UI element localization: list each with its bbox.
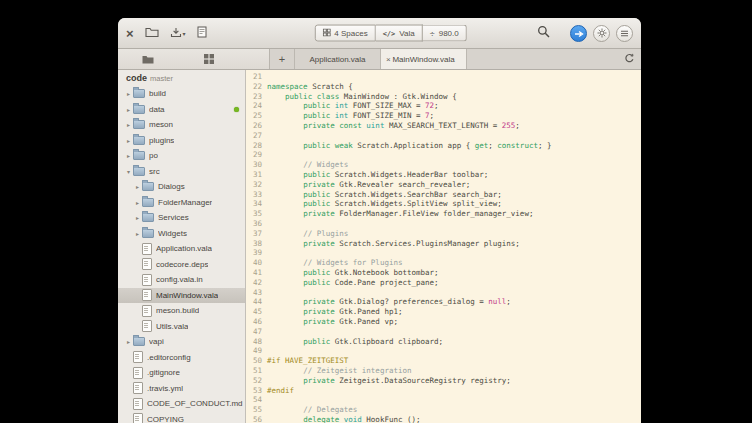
code-line[interactable]: 55 // Delegates bbox=[246, 405, 641, 415]
arrow-right-icon bbox=[574, 26, 584, 41]
chevron-right-icon[interactable]: ▸ bbox=[133, 214, 142, 221]
code-line[interactable]: 43 bbox=[246, 288, 641, 298]
chevron-right-icon[interactable]: ▸ bbox=[124, 137, 133, 144]
history-button[interactable] bbox=[617, 49, 641, 69]
code-line[interactable]: 44 private Gtk.Dialog? preferences_dialo… bbox=[246, 297, 641, 307]
tree-item[interactable]: Utils.vala bbox=[118, 319, 245, 335]
tree-item[interactable]: ▸po bbox=[118, 148, 245, 164]
code-line[interactable]: 49 bbox=[246, 346, 641, 356]
chevron-right-icon[interactable]: ▸ bbox=[133, 199, 142, 206]
tree-item[interactable]: ▸meson bbox=[118, 117, 245, 133]
layout-panel-button[interactable] bbox=[204, 52, 214, 67]
code-line-text: public int FONT_SIZE_MIN = 7; bbox=[267, 111, 641, 121]
code-line[interactable]: 52 private Zeitgeist.DataSourceRegistry … bbox=[246, 376, 641, 386]
chevron-down-icon[interactable]: ▾ bbox=[124, 168, 133, 175]
tree-item[interactable]: meson.build bbox=[118, 303, 245, 319]
tree-item[interactable]: ▸vapi bbox=[118, 334, 245, 350]
code-line[interactable]: 34 public Scratch.Widgets.SplitView spli… bbox=[246, 199, 641, 209]
code-line[interactable]: 23 public class MainWindow : Gtk.Window … bbox=[246, 92, 641, 102]
open-recent-button[interactable]: ▾ bbox=[170, 26, 186, 41]
folder-icon bbox=[133, 151, 145, 160]
tree-item[interactable]: MainWindow.vala bbox=[118, 288, 245, 304]
indentation-button[interactable]: 4 Spaces bbox=[314, 25, 375, 42]
project-header[interactable]: code master bbox=[118, 70, 245, 86]
code-line[interactable]: 50#if HAVE_ZEITGEIST bbox=[246, 356, 641, 366]
code-line[interactable]: 28 public weak Scratch.Application app {… bbox=[246, 141, 641, 151]
tree-item[interactable]: .editorconfig bbox=[118, 350, 245, 366]
code-line[interactable]: 37 // Plugins bbox=[246, 229, 641, 239]
code-line[interactable]: 26 private const uint MAX_SEARCH_TEXT_LE… bbox=[246, 121, 641, 131]
tree-item[interactable]: CODE_OF_CONDUCT.md bbox=[118, 396, 245, 412]
tab-strip: Application.vala×MainWindow.vala bbox=[294, 49, 617, 69]
code-line[interactable]: 33 public Scratch.Widgets.SearchBar sear… bbox=[246, 190, 641, 200]
tree-item[interactable]: .travis.yml bbox=[118, 381, 245, 397]
open-folder-button[interactable] bbox=[145, 26, 159, 41]
code-line[interactable]: 42 public Code.Pane project_pane; bbox=[246, 278, 641, 288]
tree-item[interactable]: COPYING bbox=[118, 412, 245, 423]
grid-solid-icon bbox=[204, 52, 214, 67]
code-line[interactable]: 36 bbox=[246, 219, 641, 229]
tree-item[interactable]: config.vala.in bbox=[118, 272, 245, 288]
tab[interactable]: Application.vala bbox=[294, 49, 381, 69]
tree-item[interactable]: ▸data bbox=[118, 102, 245, 118]
code-line[interactable]: 22namespace Scratch { bbox=[246, 82, 641, 92]
settings-button[interactable] bbox=[593, 25, 610, 42]
chevron-right-icon[interactable]: ▸ bbox=[133, 230, 142, 237]
tree-item-label: .gitignore bbox=[147, 368, 180, 377]
code-line[interactable]: 47 bbox=[246, 327, 641, 337]
project-name: code bbox=[126, 73, 147, 83]
tree-item[interactable]: Application.vala bbox=[118, 241, 245, 257]
chevron-right-icon[interactable]: ▸ bbox=[124, 338, 133, 345]
chevron-down-icon: ▾ bbox=[183, 30, 186, 37]
tree-item[interactable]: ▸build bbox=[118, 86, 245, 102]
tree-item[interactable]: ▸plugins bbox=[118, 133, 245, 149]
editor-pane[interactable]: 2122namespace Scratch {23 public class M… bbox=[246, 70, 641, 423]
line-number: 30 bbox=[246, 160, 267, 170]
save-button[interactable] bbox=[197, 26, 207, 41]
search-button[interactable] bbox=[537, 25, 550, 41]
code-line[interactable]: 54 bbox=[246, 395, 641, 405]
code-line[interactable]: 35 private FolderManager.FileView folder… bbox=[246, 209, 641, 219]
zoom-button[interactable]: ÷ 980.0 bbox=[423, 25, 467, 42]
code-line[interactable]: 40 // Widgets for Plugins bbox=[246, 258, 641, 268]
code-line[interactable]: 32 private Gtk.Revealer search_revealer; bbox=[246, 180, 641, 190]
code-line[interactable]: 29 bbox=[246, 150, 641, 160]
tree-item[interactable]: codecore.deps bbox=[118, 257, 245, 273]
code-line[interactable]: 46 private Gtk.Paned vp; bbox=[246, 317, 641, 327]
tab[interactable]: ×MainWindow.vala bbox=[381, 49, 467, 69]
chevron-right-icon[interactable]: ▸ bbox=[124, 90, 133, 97]
tree-item[interactable]: ▸Dialogs bbox=[118, 179, 245, 195]
code-line[interactable]: 24 public int FONT_SIZE_MAX = 72; bbox=[246, 101, 641, 111]
code-line[interactable]: 39 bbox=[246, 248, 641, 258]
code-line-text: public Gtk.Clipboard clipboard; bbox=[267, 337, 641, 347]
tab-close-icon[interactable]: × bbox=[386, 55, 391, 64]
menu-button[interactable] bbox=[616, 25, 633, 42]
code-line[interactable]: 45 private Gtk.Paned hp1; bbox=[246, 307, 641, 317]
run-button[interactable] bbox=[570, 25, 587, 42]
code-line[interactable]: 56 delegate void HookFunc (); bbox=[246, 415, 641, 423]
chevron-right-icon[interactable]: ▸ bbox=[124, 152, 133, 159]
code-line[interactable]: 31 public Scratch.Widgets.HeaderBar tool… bbox=[246, 170, 641, 180]
files-panel-button[interactable] bbox=[142, 52, 154, 67]
code-line[interactable]: 21 bbox=[246, 72, 641, 82]
close-button[interactable]: × bbox=[126, 27, 134, 40]
code-line[interactable]: 41 public Gtk.Notebook bottombar; bbox=[246, 268, 641, 278]
chevron-right-icon[interactable]: ▸ bbox=[124, 106, 133, 113]
code-line[interactable]: 38 private Scratch.Services.PluginsManag… bbox=[246, 239, 641, 249]
tree-item[interactable]: ▸FolderManager bbox=[118, 195, 245, 211]
chevron-right-icon[interactable]: ▸ bbox=[133, 183, 142, 190]
tree-item[interactable]: ▸Services bbox=[118, 210, 245, 226]
code-line[interactable]: 51 // Zeitgeist integration bbox=[246, 366, 641, 376]
language-button[interactable]: </> Vala bbox=[376, 25, 423, 42]
new-tab-button[interactable]: + bbox=[270, 49, 294, 69]
code-line[interactable]: 27 bbox=[246, 131, 641, 141]
tree-item-label: po bbox=[149, 151, 158, 160]
tree-item[interactable]: ▸Widgets bbox=[118, 226, 245, 242]
code-line[interactable]: 48 public Gtk.Clipboard clipboard; bbox=[246, 337, 641, 347]
code-line[interactable]: 25 public int FONT_SIZE_MIN = 7; bbox=[246, 111, 641, 121]
code-line[interactable]: 53#endif bbox=[246, 386, 641, 396]
chevron-right-icon[interactable]: ▸ bbox=[124, 121, 133, 128]
tree-item[interactable]: ▾src bbox=[118, 164, 245, 180]
tree-item[interactable]: .gitignore bbox=[118, 365, 245, 381]
code-line[interactable]: 30 // Widgets bbox=[246, 160, 641, 170]
